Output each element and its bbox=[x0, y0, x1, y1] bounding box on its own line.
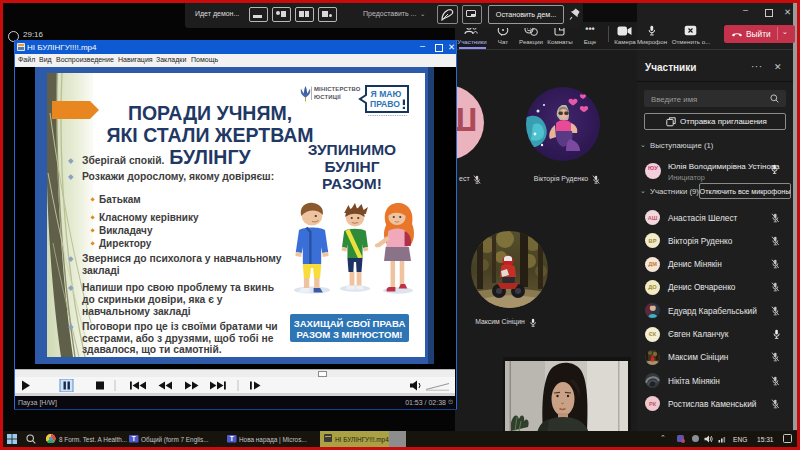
svg-text:T: T bbox=[230, 435, 234, 442]
svg-text:T: T bbox=[132, 435, 136, 442]
